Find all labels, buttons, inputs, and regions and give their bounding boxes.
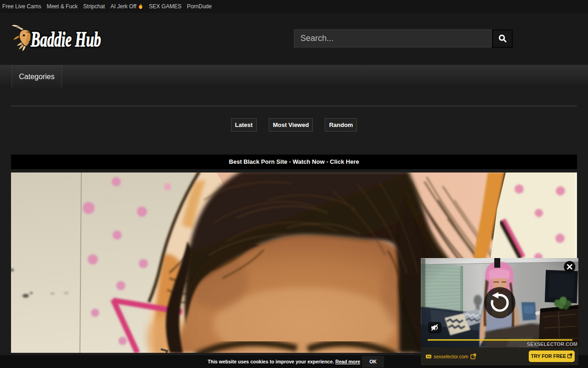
svg-text:Baddie Hub: Baddie Hub bbox=[30, 27, 101, 51]
svg-text:SEXSELECTOR.COM: SEXSELECTOR.COM bbox=[527, 341, 577, 347]
